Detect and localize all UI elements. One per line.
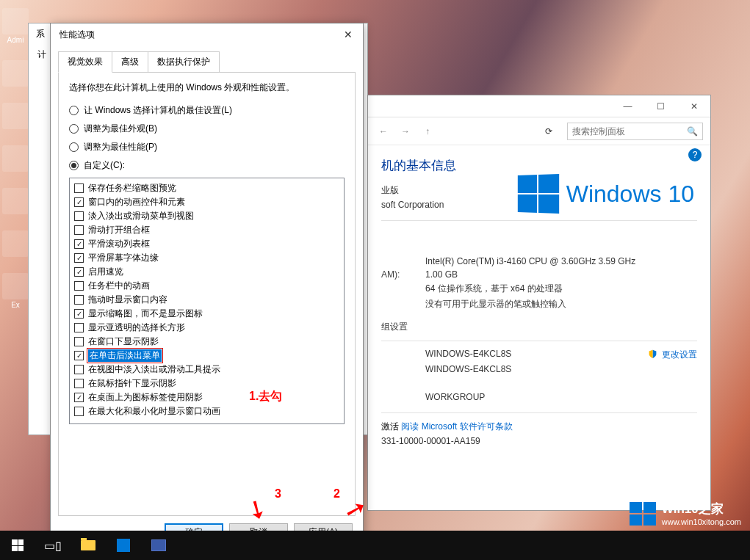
- divider: [381, 412, 697, 413]
- checkbox-label: 显示缩略图，而不是显示图标: [88, 308, 203, 320]
- icon-label: Admi: [0, 36, 31, 44]
- radio-label: 自定义(C):: [84, 159, 125, 172]
- nav-toolbar: ← → ↑ ⟳ 🔍: [368, 117, 710, 145]
- radio-custom[interactable]: 自定义(C):: [69, 159, 345, 172]
- checkbox-option[interactable]: 窗口内的动画控件和元素: [74, 195, 339, 209]
- change-settings-link[interactable]: 更改设置: [648, 349, 697, 361]
- checkbox-icon: [74, 267, 84, 277]
- checkbox-option[interactable]: 在桌面上为图标标签使用阴影: [74, 390, 339, 404]
- checkbox-label: 在鼠标指针下显示阴影: [88, 377, 176, 390]
- maximize-button[interactable]: ☐: [644, 95, 677, 117]
- tab-strip: 视觉效果 高级 数据执行保护: [51, 46, 363, 73]
- annotation-3: 3: [275, 487, 281, 501]
- checkbox-option[interactable]: 在窗口下显示阴影: [74, 335, 339, 349]
- task-view-icon: ▭▯: [44, 539, 62, 553]
- checkbox-option[interactable]: 启用速览: [74, 265, 339, 279]
- file-explorer-button[interactable]: [71, 531, 106, 560]
- windows-start-icon: [12, 539, 24, 551]
- store-icon: [117, 539, 130, 552]
- watermark-url: www.win10xitong.com: [662, 517, 741, 526]
- search-input[interactable]: [572, 126, 682, 137]
- tab-advanced[interactable]: 高级: [112, 51, 148, 73]
- titlebar: — ☐ ✕: [368, 95, 710, 117]
- watermark: Win10之家 www.win10xitong.com: [630, 501, 741, 526]
- search-box[interactable]: 🔍: [567, 123, 703, 140]
- full-computer-name: WINDOWS-E4KCL8S: [425, 364, 511, 374]
- nav-up-icon[interactable]: ↑: [419, 123, 436, 139]
- annotation-2: 2: [333, 487, 340, 501]
- watermark-logo-icon: [630, 502, 656, 526]
- radio-icon: [69, 124, 79, 134]
- checkbox-icon: [74, 351, 84, 360]
- minimize-button[interactable]: —: [611, 95, 644, 117]
- workgroup-value: WORKGROUP: [425, 392, 485, 402]
- folder-icon: [81, 540, 95, 550]
- checkbox-icon: [74, 309, 84, 319]
- checkbox-option[interactable]: 在视图中淡入淡出或滑动工具提示: [74, 363, 339, 377]
- checkbox-option[interactable]: 在最大化和最小化时显示窗口动画: [74, 404, 339, 418]
- checkbox-option[interactable]: 滑动打开组合框: [74, 223, 339, 237]
- checkbox-option[interactable]: 任务栏中的动画: [74, 279, 339, 293]
- checkbox-option[interactable]: 淡入淡出或滑动菜单到视图: [74, 209, 339, 223]
- task-view-button[interactable]: ▭▯: [35, 531, 71, 560]
- checkbox-label: 在视图中淡入淡出或滑动工具提示: [88, 363, 220, 376]
- checkbox-option[interactable]: 在单击后淡出菜单: [74, 349, 339, 363]
- desktop-icon[interactable]: [0, 230, 31, 257]
- copyright-value: soft Corporation: [381, 200, 444, 210]
- edition-value: 业版: [381, 184, 399, 197]
- start-button[interactable]: [0, 531, 35, 560]
- radio-best-appearance[interactable]: 调整为最佳外观(B): [69, 123, 345, 135]
- shield-icon: [648, 349, 657, 359]
- link-text: 更改设置: [662, 349, 697, 360]
- license-link[interactable]: 阅读 Microsoft 软件许可条款: [401, 421, 512, 433]
- checkbox-option[interactable]: 平滑滚动列表框: [74, 237, 339, 251]
- control-panel-button[interactable]: [141, 531, 176, 560]
- desktop-icon[interactable]: [0, 103, 31, 129]
- ram-value: 1.00 GB: [425, 269, 458, 280]
- checkbox-option[interactable]: 平滑屏幕字体边缘: [74, 251, 339, 265]
- desktop-icon[interactable]: [0, 60, 31, 87]
- checkbox-option[interactable]: 拖动时显示窗口内容: [74, 293, 339, 307]
- checkbox-label: 拖动时显示窗口内容: [88, 294, 167, 306]
- radio-best-performance[interactable]: 调整为最佳性能(P): [69, 141, 345, 153]
- close-button[interactable]: ✕: [677, 95, 710, 117]
- radio-auto[interactable]: 让 Windows 选择计算机的最佳设置(L): [69, 104, 345, 117]
- radio-icon: [69, 161, 79, 170]
- section-heading: 组设置: [381, 321, 697, 333]
- touch-value: 没有可用于此显示器的笔或触控输入: [425, 298, 566, 310]
- desktop-icon[interactable]: [0, 145, 31, 172]
- close-icon[interactable]: ✕: [339, 27, 357, 42]
- nav-forward-icon[interactable]: →: [397, 123, 414, 139]
- systype-value: 64 位操作系统，基于 x64 的处理器: [425, 283, 563, 295]
- tab-visual-effects[interactable]: 视觉效果: [58, 51, 112, 73]
- help-icon[interactable]: ?: [688, 148, 702, 161]
- tab-dep[interactable]: 数据执行保护: [148, 51, 220, 73]
- checkbox-icon: [74, 281, 84, 291]
- checkbox-icon: [74, 379, 84, 388]
- radio-label: 调整为最佳性能(P): [84, 141, 157, 153]
- options-listbox[interactable]: 保存任务栏缩略图预览窗口内的动画控件和元素淡入淡出或滑动菜单到视图滑动打开组合框…: [69, 178, 345, 424]
- radio-label: 调整为最佳外观(B): [84, 123, 157, 135]
- search-icon[interactable]: 🔍: [687, 126, 698, 137]
- checkbox-icon: [74, 225, 84, 235]
- checkbox-option[interactable]: 保存任务栏缩略图预览: [74, 181, 339, 195]
- desktop-icon[interactable]: [0, 188, 31, 214]
- processor-value: Intel(R) Core(TM) i3-4160 CPU @ 3.60GHz …: [425, 256, 635, 266]
- desktop-icon[interactable]: Admi: [0, 8, 31, 44]
- watermark-brand: Win10之家: [662, 501, 741, 517]
- nav-back-icon[interactable]: ←: [375, 123, 392, 139]
- checkbox-label: 在最大化和最小化时显示窗口动画: [88, 405, 220, 418]
- checkbox-option[interactable]: 在鼠标指针下显示阴影: [74, 377, 339, 390]
- annotation-1: 1.去勾: [249, 389, 282, 404]
- checkbox-icon: [74, 183, 84, 193]
- desktop-icon[interactable]: Ex: [0, 273, 31, 309]
- checkbox-option[interactable]: 显示亚透明的选择长方形: [74, 321, 339, 335]
- windows-logo-icon: [518, 174, 559, 214]
- refresh-icon[interactable]: ⟳: [545, 126, 561, 137]
- checkbox-label: 淡入淡出或滑动菜单到视图: [88, 210, 194, 222]
- checkbox-icon: [74, 407, 84, 416]
- checkbox-label: 在桌面上为图标标签使用阴影: [88, 391, 203, 404]
- checkbox-option[interactable]: 显示缩略图，而不是显示图标: [74, 307, 339, 321]
- store-button[interactable]: [106, 531, 141, 560]
- product-id: 331-10000-00001-AA159: [381, 436, 480, 446]
